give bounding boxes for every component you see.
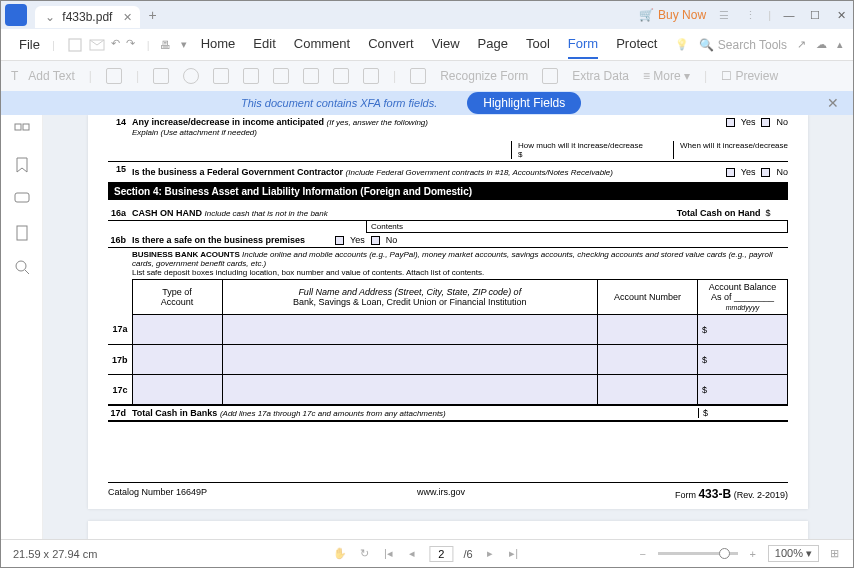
page-number-input[interactable]	[429, 546, 453, 562]
bookmarks-icon[interactable]	[15, 157, 29, 173]
search-tools-input[interactable]: 🔍 Search Tools	[699, 38, 787, 52]
document-tab[interactable]: ⌄ f433b.pdf ✕	[35, 6, 140, 28]
row-15-yes-checkbox[interactable]	[726, 168, 735, 177]
row-14-num: 14	[108, 117, 132, 137]
text-field-icon[interactable]: T	[11, 69, 18, 83]
redo-icon[interactable]: ↷	[126, 37, 135, 53]
highlight-fields-button[interactable]: Highlight Fields	[467, 92, 581, 114]
recognize-icon[interactable]	[410, 68, 426, 84]
cell-17b-bal[interactable]: $	[698, 345, 788, 375]
list-field-icon[interactable]	[243, 68, 259, 84]
cell-17a-name[interactable]	[222, 315, 597, 345]
row-14-no-checkbox[interactable]	[761, 118, 770, 127]
search-panel-icon[interactable]	[14, 259, 30, 275]
tab-tool[interactable]: Tool	[526, 30, 550, 59]
file-menu[interactable]: File	[11, 33, 48, 56]
close-button[interactable]: ✕	[833, 7, 849, 23]
mail-icon[interactable]	[89, 37, 105, 53]
collapse-ribbon-icon[interactable]: ▴	[837, 38, 843, 51]
lightbulb-icon[interactable]: 💡	[675, 38, 689, 51]
minimize-button[interactable]: —	[781, 7, 797, 23]
cell-17a-bal[interactable]: $	[698, 315, 788, 345]
add-text-button[interactable]: Add Text	[28, 69, 74, 83]
cell-17a-acct[interactable]	[598, 315, 698, 345]
tab-edit[interactable]: Edit	[253, 30, 275, 59]
zoom-in-button[interactable]: +	[746, 547, 760, 561]
zoom-percent[interactable]: 100% ▾	[768, 545, 819, 562]
print-icon[interactable]: 🖶	[160, 39, 171, 51]
buy-now-link[interactable]: 🛒 Buy Now	[639, 8, 706, 22]
tab-title: f433b.pdf	[62, 10, 112, 24]
cell-17c-bal[interactable]: $	[698, 375, 788, 405]
cell-17c-acct[interactable]	[598, 375, 698, 405]
cloud-icon[interactable]: ☁	[816, 38, 827, 51]
image-field-icon[interactable]	[303, 68, 319, 84]
new-tab-button[interactable]: +	[148, 7, 156, 23]
field-icon-1[interactable]	[106, 68, 122, 84]
recognize-form-button[interactable]: Recognize Form	[440, 69, 528, 83]
tab-view[interactable]: View	[432, 30, 460, 59]
row-16b-no-checkbox[interactable]	[371, 236, 380, 245]
row-16b-num: 16b	[108, 235, 132, 245]
cell-17b-acct[interactable]	[598, 345, 698, 375]
preview-toggle[interactable]: ☐ Preview	[721, 69, 778, 83]
fit-page-icon[interactable]: ⊞	[827, 547, 841, 561]
svg-rect-2	[15, 124, 21, 130]
xfa-banner: This document contains XFA form fields. …	[1, 91, 853, 115]
next-page-button[interactable]: ▸	[483, 547, 497, 561]
button-field-icon[interactable]	[273, 68, 289, 84]
more-button[interactable]: ≡ More ▾	[643, 69, 690, 83]
extra-data-icon[interactable]	[542, 68, 558, 84]
document-view[interactable]: 14 Any increase/decrease in income antic…	[43, 115, 853, 545]
rotate-icon[interactable]: ↻	[357, 547, 371, 561]
row-17d-label: Total Cash in Banks	[132, 408, 217, 418]
tab-home[interactable]: Home	[201, 30, 236, 59]
zoom-out-button[interactable]: −	[636, 547, 650, 561]
prev-page-button[interactable]: ◂	[405, 547, 419, 561]
user-icon[interactable]: ☰	[716, 7, 732, 23]
menu-tabs: Home Edit Comment Convert View Page Tool…	[201, 30, 658, 59]
hand-tool-icon[interactable]: ✋	[333, 547, 347, 561]
cell-17c-type[interactable]	[132, 375, 222, 405]
kebab-icon[interactable]: ⋮	[742, 7, 758, 23]
tab-page[interactable]: Page	[478, 30, 508, 59]
row-14-yes-checkbox[interactable]	[726, 118, 735, 127]
contents-label: Contents	[366, 221, 788, 233]
first-page-button[interactable]: |◂	[381, 547, 395, 561]
maximize-button[interactable]: ☐	[807, 7, 823, 23]
save-icon[interactable]	[67, 37, 83, 53]
banner-close-button[interactable]: ✕	[827, 95, 839, 111]
signature-field-icon[interactable]	[333, 68, 349, 84]
total-cash-label: Total Cash on Hand	[677, 208, 761, 218]
row-15-no-checkbox[interactable]	[761, 168, 770, 177]
zoom-thumb[interactable]	[719, 548, 730, 559]
row-15-num: 15	[108, 164, 132, 180]
row-16a-hint: Include cash that is not in the bank	[205, 209, 328, 218]
tab-convert[interactable]: Convert	[368, 30, 414, 59]
tab-protect[interactable]: Protect	[616, 30, 657, 59]
radio-field-icon[interactable]	[183, 68, 199, 84]
tab-comment[interactable]: Comment	[294, 30, 350, 59]
attachments-icon[interactable]	[15, 225, 29, 241]
main-area: ▸ ◂ 14 Any increase/decrease in income a…	[1, 115, 853, 545]
comments-icon[interactable]	[14, 191, 30, 207]
menubar: File | ↶ ↷ | 🖶 ▾ Home Edit Comment Conve…	[1, 29, 853, 61]
tab-form[interactable]: Form	[568, 30, 598, 59]
checkbox-field-icon[interactable]	[153, 68, 169, 84]
thumbnails-icon[interactable]	[14, 123, 30, 139]
cell-17b-type[interactable]	[132, 345, 222, 375]
row-16b-yes-checkbox[interactable]	[335, 236, 344, 245]
extra-data-button[interactable]: Extra Data	[572, 69, 629, 83]
tab-close-button[interactable]: ✕	[123, 11, 132, 24]
combo-field-icon[interactable]	[213, 68, 229, 84]
share-icon[interactable]: ↗	[797, 38, 806, 51]
svg-rect-3	[23, 124, 29, 130]
cell-17a-type[interactable]	[132, 315, 222, 345]
cell-17c-name[interactable]	[222, 375, 597, 405]
print-dropdown-icon[interactable]: ▾	[181, 38, 187, 51]
last-page-button[interactable]: ▸|	[507, 547, 521, 561]
zoom-slider[interactable]	[658, 552, 738, 555]
date-field-icon[interactable]	[363, 68, 379, 84]
cell-17b-name[interactable]	[222, 345, 597, 375]
undo-icon[interactable]: ↶	[111, 37, 120, 53]
